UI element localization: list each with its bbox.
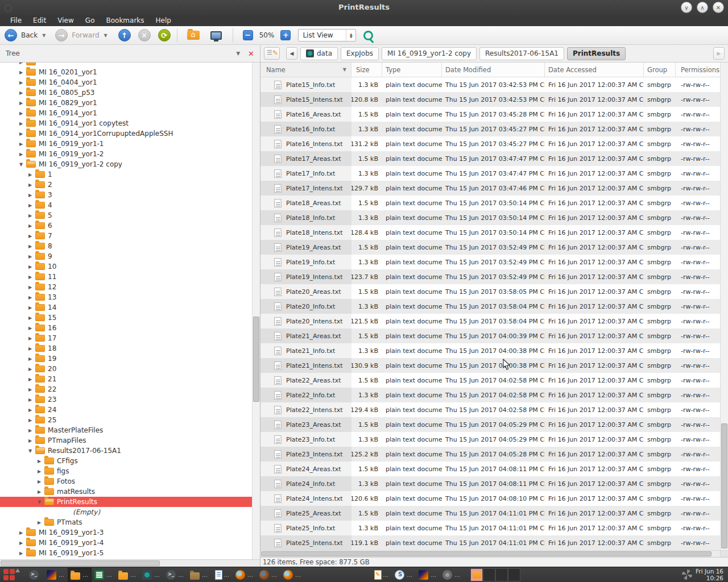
expander-icon[interactable] xyxy=(36,500,43,505)
file-row[interactable]: Plate18_Intens.txt 128.4 kB plain text d… xyxy=(260,225,720,240)
sidebar-close-icon[interactable]: ✕ xyxy=(248,49,254,58)
tree-item[interactable]: 20 xyxy=(0,364,252,374)
taskbar-window-button[interactable]: … xyxy=(163,568,187,582)
tree-item[interactable]: figs xyxy=(0,466,252,476)
scrollbar-thumb[interactable] xyxy=(721,423,727,548)
file-row[interactable]: Plate16_Intens.txt 131.2 kB plain text d… xyxy=(260,136,720,151)
file-row[interactable]: Plate22_Areas.txt 1.5 kB plain text docu… xyxy=(260,373,720,388)
path-segment-button[interactable]: PrintResults xyxy=(567,47,626,60)
zoom-out-button[interactable]: − xyxy=(243,30,253,40)
workspace-cell[interactable] xyxy=(483,568,495,581)
expander-icon[interactable] xyxy=(27,346,34,351)
workspace-cell[interactable] xyxy=(508,568,520,581)
tree-item[interactable]: MI 16_0919_yor1-2 copy xyxy=(0,159,252,169)
tree-item[interactable]: 8 xyxy=(0,241,252,251)
tree-item[interactable]: 5 xyxy=(0,210,252,221)
file-row[interactable]: Plate22_Intens.txt 129.4 kB plain text d… xyxy=(260,402,720,417)
expander-icon[interactable] xyxy=(27,356,34,361)
clock[interactable]: Fri Jun 16 10:26 xyxy=(696,568,723,581)
file-row[interactable]: Plate19_Areas.txt 1.5 kB plain text docu… xyxy=(260,240,720,255)
expander-icon[interactable] xyxy=(27,418,34,423)
expander-icon[interactable] xyxy=(27,408,34,413)
tree-item[interactable]: 17 xyxy=(0,333,252,343)
expander-icon[interactable] xyxy=(27,172,34,177)
tree-item[interactable]: 10 xyxy=(0,261,252,272)
file-row[interactable]: Plate25_Info.txt 1.3 kB plain text docum… xyxy=(260,521,720,535)
list-horizontal-scrollbar[interactable] xyxy=(260,550,720,557)
path-segment-button[interactable]: MI 16_0919_yor1-2 copy xyxy=(382,47,477,60)
tree-item[interactable]: 18 xyxy=(0,343,252,354)
tree-item[interactable]: 14 xyxy=(0,302,252,313)
forward-dropdown-icon[interactable]: ▼ xyxy=(104,33,107,38)
tree-item[interactable]: MasterPlateFiles xyxy=(0,425,252,435)
tree-item[interactable]: 21 xyxy=(0,374,252,384)
tree-horizontal-scrollbar[interactable] xyxy=(0,559,260,567)
list-vertical-scrollbar[interactable] xyxy=(720,63,728,550)
expander-icon[interactable] xyxy=(27,295,34,300)
expander-icon[interactable] xyxy=(18,541,24,546)
tree-item[interactable]: MI 16_0919_yor1-1 xyxy=(0,139,252,149)
tree-item[interactable] xyxy=(0,63,252,67)
file-row[interactable]: Plate23_Areas.txt 1.5 kB plain text docu… xyxy=(260,417,720,432)
file-row[interactable]: Plate24_Intens.txt 120.6 kB plain text d… xyxy=(260,491,720,506)
applications-menu-icon[interactable] xyxy=(2,568,23,581)
expander-icon[interactable] xyxy=(27,275,34,280)
taskbar-window-button[interactable]: … xyxy=(115,568,139,582)
workspace-cell[interactable] xyxy=(470,568,483,581)
scrollbar-thumb[interactable] xyxy=(261,551,712,556)
file-row[interactable]: Plate23_Info.txt 1.3 kB plain text docum… xyxy=(260,432,720,447)
path-scroll-left-button[interactable]: ◀ xyxy=(286,47,297,60)
path-segment-button[interactable]: ExpJobs xyxy=(341,47,379,60)
scrollbar-thumb[interactable] xyxy=(1,560,160,566)
expander-icon[interactable] xyxy=(36,469,43,474)
tree-item[interactable]: 3 xyxy=(0,190,252,200)
column-header-date-modified[interactable]: Date Modified xyxy=(442,63,545,77)
taskbar-window-button[interactable]: … xyxy=(233,568,257,582)
expander-icon[interactable] xyxy=(18,90,24,95)
tree-item[interactable]: 6 xyxy=(0,221,252,231)
tree-item[interactable]: MI 16_0919_yor1-2 xyxy=(0,149,252,159)
taskbar-window-button[interactable]: … xyxy=(370,568,392,582)
file-row[interactable]: Plate21_Intens.txt 130.9 kB plain text d… xyxy=(260,358,720,373)
taskbar-window-button[interactable]: … xyxy=(139,568,163,582)
expander-icon[interactable] xyxy=(27,387,34,392)
forward-button[interactable]: Forward xyxy=(72,31,99,39)
menu-item[interactable]: Edit xyxy=(27,15,52,26)
taskbar-window-button[interactable]: … xyxy=(257,568,280,582)
back-icon[interactable]: ← xyxy=(5,29,17,41)
taskbar-window-button[interactable]: … xyxy=(92,568,115,582)
tree-item[interactable]: MI 16_0201_yor1 xyxy=(0,67,252,77)
menu-item[interactable]: Bookmarks xyxy=(100,15,150,26)
file-row[interactable]: Plate15_Intens.txt 120.8 kB plain text d… xyxy=(260,92,720,107)
expander-icon[interactable] xyxy=(18,131,24,136)
taskbar-window-button[interactable]: … xyxy=(280,568,304,582)
path-segment-button[interactable]: data xyxy=(300,47,338,60)
file-row[interactable]: Plate17_Intens.txt 129.7 kB plain text d… xyxy=(260,181,720,196)
tree-item[interactable]: PTmapFiles xyxy=(0,435,252,446)
expander-icon[interactable] xyxy=(18,162,24,167)
workspace-cell[interactable] xyxy=(495,568,508,581)
tree-item[interactable]: MI 16_0914_yor1 xyxy=(0,108,252,118)
file-row[interactable]: Plate15_Info.txt 1.3 kB plain text docum… xyxy=(260,77,720,92)
file-row[interactable]: Plate22_Info.txt 1.3 kB plain text docum… xyxy=(260,388,720,402)
taskbar-window-button[interactable]: … xyxy=(68,568,92,582)
tree-item[interactable]: 1 xyxy=(0,169,252,180)
file-row[interactable]: Plate17_Areas.txt 1.5 kB plain text docu… xyxy=(260,151,720,166)
taskbar-window-button[interactable]: … xyxy=(44,568,68,582)
expander-icon[interactable] xyxy=(18,530,24,535)
expander-icon[interactable] xyxy=(27,367,34,372)
computer-button[interactable] xyxy=(210,31,222,40)
expander-icon[interactable] xyxy=(18,101,24,106)
file-row[interactable]: Plate20_Areas.txt 1.5 kB plain text docu… xyxy=(260,284,720,299)
file-row[interactable]: Plate18_Areas.txt 1.5 kB plain text docu… xyxy=(260,196,720,210)
file-row[interactable]: Plate25_Areas.txt 1.5 kB plain text docu… xyxy=(260,506,720,521)
file-row[interactable]: Plate20_Intens.txt 121.5 kB plain text d… xyxy=(260,314,720,329)
file-row[interactable]: Plate24_Areas.txt 1.5 kB plain text docu… xyxy=(260,462,720,476)
sidebar-dropdown-icon[interactable]: ▼ xyxy=(236,51,240,56)
column-header-size[interactable]: Size xyxy=(351,63,382,77)
tree-item[interactable]: 2 xyxy=(0,180,252,190)
tree-item[interactable]: 25 xyxy=(0,415,252,425)
expander-icon[interactable] xyxy=(36,489,43,494)
scrollbar-thumb[interactable] xyxy=(253,317,259,402)
tree-item[interactable]: 4 xyxy=(0,200,252,210)
